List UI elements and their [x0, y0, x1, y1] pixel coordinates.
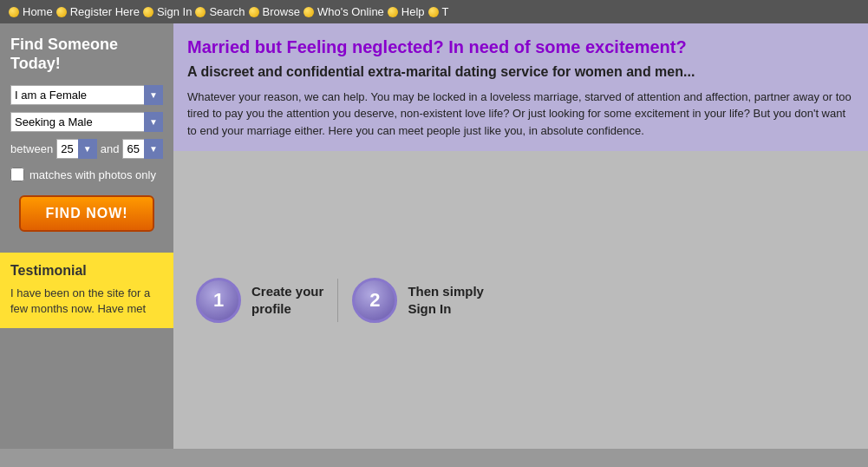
step-2-circle: 2 — [352, 278, 397, 323]
photos-checkbox[interactable] — [10, 168, 24, 181]
step-1-line2: profile — [251, 300, 323, 318]
promo-headline: Married but Feeling neglected? In need o… — [187, 36, 854, 58]
nav-label-t: T — [442, 5, 449, 18]
step-1-number: 1 — [213, 289, 224, 312]
age-row: between 18192021222324252627282930354045… — [10, 139, 163, 159]
nav-item-signin[interactable]: Sign In — [143, 5, 192, 18]
gender-select-wrapper[interactable]: I am a FemaleI am a Male ▼ — [10, 85, 163, 105]
nav-item-home[interactable]: Home — [9, 5, 53, 18]
nav-item-whos-online[interactable]: Who's Online — [303, 5, 384, 18]
step-1: 1 Create your profile — [182, 278, 337, 323]
nav-label-help: Help — [401, 5, 425, 18]
nav-label-search: Search — [209, 5, 245, 18]
nav-label-home: Home — [23, 5, 53, 18]
nav-bullet-help — [388, 7, 398, 17]
step-1-text: Create your profile — [251, 283, 323, 317]
step-2-line1: Then simply — [408, 283, 484, 300]
nav-bullet-signin — [143, 7, 153, 17]
navigation-bar: HomeRegister HereSign InSearchBrowseWho'… — [0, 0, 868, 23]
age-max-wrapper[interactable]: 253035404550556065707580 ▼ — [122, 139, 163, 159]
seeking-select[interactable]: Seeking a MaleSeeking a Female — [10, 112, 163, 132]
age-min-wrapper[interactable]: 1819202122232425262728293035404550556065… — [56, 139, 97, 159]
steps-row: 1 Create your profile 2 Then simply Sign… — [173, 151, 868, 449]
nav-bullet-register — [56, 7, 67, 17]
promo-body: Whatever your reason, we can help. You m… — [187, 89, 854, 140]
gender-group: I am a FemaleI am a Male ▼ — [10, 85, 163, 105]
main-layout: Find Someone Today! I am a FemaleI am a … — [0, 23, 868, 449]
nav-label-signin: Sign In — [157, 5, 192, 18]
between-label: between — [10, 142, 53, 155]
find-panel: Find Someone Today! I am a FemaleI am a … — [0, 23, 173, 249]
photos-row: matches with photos only — [10, 168, 163, 181]
nav-item-t[interactable]: T — [428, 5, 449, 18]
gender-select[interactable]: I am a FemaleI am a Male — [10, 85, 163, 105]
promo-box: Married but Feeling neglected? In need o… — [173, 23, 868, 151]
nav-label-register: Register Here — [70, 5, 140, 18]
seeking-group: Seeking a MaleSeeking a Female ▼ — [10, 112, 163, 132]
testimonial-text: I have been on the site for a few months… — [10, 286, 163, 317]
step-2-text: Then simply Sign In — [408, 283, 484, 317]
step-2-line2: Sign In — [408, 300, 484, 318]
and-label: and — [101, 142, 120, 155]
find-panel-title: Find Someone Today! — [10, 36, 163, 73]
nav-item-search[interactable]: Search — [195, 5, 245, 18]
nav-label-browse: Browse — [263, 5, 300, 18]
find-now-button[interactable]: FIND NOW! — [19, 195, 153, 232]
nav-bullet-search — [195, 7, 206, 17]
step-2: 2 Then simply Sign In — [338, 278, 498, 323]
step-1-circle: 1 — [196, 278, 241, 323]
nav-item-browse[interactable]: Browse — [249, 5, 300, 18]
right-content: Married but Feeling neglected? In need o… — [173, 23, 868, 449]
seeking-select-wrapper[interactable]: Seeking a MaleSeeking a Female ▼ — [10, 112, 163, 132]
promo-subheadline: A discreet and confidential extra-marita… — [187, 63, 854, 82]
step-1-line1: Create your — [251, 283, 323, 300]
step-2-number: 2 — [369, 289, 380, 312]
nav-bullet-t — [428, 7, 439, 17]
photos-label: matches with photos only — [29, 168, 156, 181]
left-sidebar: Find Someone Today! I am a FemaleI am a … — [0, 23, 173, 449]
nav-bullet-whos-online — [303, 7, 314, 17]
testimonial-title: Testimonial — [10, 263, 163, 279]
nav-bullet-home — [9, 7, 19, 17]
nav-item-register[interactable]: Register Here — [56, 5, 140, 18]
nav-item-help[interactable]: Help — [388, 5, 425, 18]
nav-label-whos-online: Who's Online — [317, 5, 384, 18]
age-min-select[interactable]: 1819202122232425262728293035404550556065… — [56, 139, 97, 159]
testimonial-panel: Testimonial I have been on the site for … — [0, 253, 173, 327]
nav-bullet-browse — [249, 7, 259, 17]
age-max-select[interactable]: 253035404550556065707580 — [122, 139, 163, 159]
